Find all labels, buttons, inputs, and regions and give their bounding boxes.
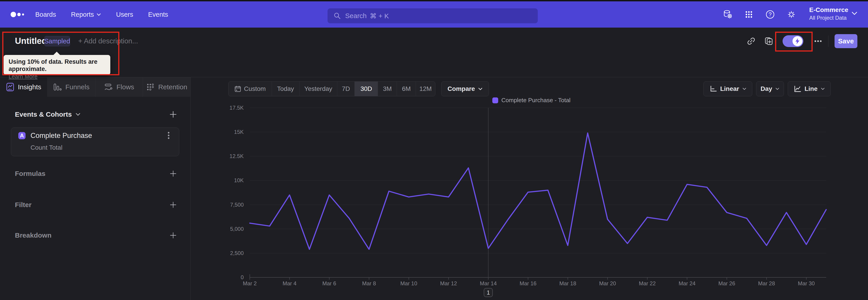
nav-item-reports[interactable]: Reports [71, 11, 101, 18]
section-formulas: Formulas [15, 167, 178, 180]
mixpanel-logo[interactable] [10, 11, 31, 18]
line-dropdown[interactable]: Line [788, 81, 831, 96]
x-axis-label: Mar 24 [679, 280, 695, 287]
add-breakdown-button[interactable] [168, 230, 178, 240]
range-today[interactable]: Today [272, 82, 300, 96]
chevron-down-icon [775, 88, 779, 90]
nav-item-users[interactable]: Users [116, 11, 133, 18]
x-axis-label: Mar 6 [322, 280, 336, 287]
top-navbar: BoardsReportsUsersEvents Search ⌘ + K ? … [0, 1, 868, 28]
dropdown-label: Linear [720, 85, 739, 92]
funnels-icon [53, 83, 62, 92]
events-cohorts-header: Events & Cohorts [15, 108, 178, 120]
x-axis-label: Mar 20 [599, 280, 616, 287]
plus-icon [169, 201, 177, 208]
range-12m[interactable]: 12M [416, 82, 435, 96]
range-label: Today [277, 85, 294, 92]
navbar-utility-icons: ? [722, 1, 797, 28]
search-input[interactable]: Search ⌘ + K [328, 8, 538, 23]
y-axis-label: 0 [241, 274, 244, 280]
event-letter-badge: A [18, 132, 26, 139]
range-label: 6M [402, 85, 411, 92]
date-range-control: CustomTodayYesterday7D30D3M6M12M [228, 81, 435, 96]
plus-icon [169, 232, 177, 239]
add-to-board-icon[interactable] [764, 36, 774, 46]
tab-insights[interactable]: Insights [0, 77, 48, 97]
tab-retention[interactable]: Retention [143, 77, 190, 97]
nav-item-events[interactable]: Events [148, 11, 168, 18]
range-custom[interactable]: Custom [228, 82, 272, 96]
event-aggregation[interactable]: Count Total [31, 144, 62, 151]
event-row-complete-purchase[interactable]: A Complete Purchase Count Total [11, 127, 179, 156]
y-axis-label: 15K [234, 129, 244, 135]
learn-more-link[interactable]: Learn More [8, 73, 37, 80]
more-options-icon[interactable] [813, 36, 823, 46]
plus-icon [169, 170, 177, 177]
tab-funnels[interactable]: Funnels [48, 77, 95, 97]
chevron-down-icon [478, 88, 483, 90]
add-formulas-button[interactable] [168, 169, 178, 179]
x-axis-label: Mar 2 [243, 280, 256, 287]
nav-item-boards[interactable]: Boards [35, 11, 56, 18]
help-icon[interactable]: ? [765, 9, 775, 20]
y-axis-label: 12.5K [229, 153, 244, 159]
x-axis-label: Mar 16 [520, 280, 537, 287]
insights-icon [6, 83, 14, 92]
report-header: Untitled Sampled + Add description... Sa… [0, 28, 868, 77]
day-dropdown[interactable]: Day [756, 81, 784, 96]
save-button[interactable]: Save [835, 34, 857, 48]
x-axis-label: Mar 14 [480, 280, 497, 287]
svg-text:?: ? [769, 11, 772, 18]
primary-nav: BoardsReportsUsersEvents [35, 1, 168, 28]
linear-dropdown[interactable]: Linear [704, 81, 752, 96]
compare-button[interactable]: Compare [441, 81, 489, 96]
query-sidebar: InsightsFunnelsFlowsRetention Events & C… [0, 77, 191, 300]
range-6m[interactable]: 6M [397, 82, 416, 96]
annotation-marker[interactable]: 1 [484, 288, 493, 297]
dropdown-label: Day [761, 85, 772, 92]
section-label: Filter [15, 201, 31, 209]
range-3m[interactable]: 3M [378, 82, 397, 96]
x-axis-label: Mar 12 [440, 280, 457, 287]
report-type-tabs: InsightsFunnelsFlowsRetention [0, 77, 190, 97]
sampled-badge[interactable]: Sampled [44, 36, 70, 46]
x-axis-label: Mar 28 [758, 280, 775, 287]
legend-item[interactable]: Complete Purchase - Total [492, 97, 570, 104]
x-axis-label: Mar 22 [639, 280, 656, 287]
nav-item-label: Reports [71, 11, 94, 18]
search-icon [333, 12, 341, 20]
project-selector[interactable]: E-Commerce All Project Data [809, 5, 857, 21]
apps-grid-icon[interactable] [744, 9, 754, 20]
project-scope: All Project Data [809, 14, 857, 21]
add-event-button[interactable] [168, 110, 178, 119]
y-axis-label: 17.5K [229, 105, 244, 111]
chevron-down-icon [821, 88, 825, 90]
project-chevron-down-icon[interactable] [851, 11, 858, 16]
section-filter: Filter [15, 199, 178, 211]
event-name: Complete Purchase [31, 131, 92, 140]
flows-icon [104, 83, 113, 92]
events-cohorts-dropdown[interactable]: Events & Cohorts [15, 111, 81, 118]
range-yesterday[interactable]: Yesterday [300, 82, 338, 96]
y-axis-label: 2,500 [230, 250, 244, 256]
data-pipeline-icon[interactable] [722, 9, 733, 20]
sampling-toggle[interactable] [782, 35, 803, 47]
x-axis-label: Mar 30 [798, 280, 815, 287]
line-chart-icon [794, 85, 801, 92]
range-30d[interactable]: 30D [355, 82, 378, 96]
settings-icon[interactable] [786, 9, 797, 20]
lightning-bolt-icon [795, 38, 800, 44]
copy-link-icon[interactable] [746, 36, 756, 46]
nav-item-label: Events [148, 11, 168, 18]
tab-flows[interactable]: Flows [95, 77, 143, 97]
add-description[interactable]: + Add description... [78, 37, 138, 45]
range-label: Yesterday [304, 85, 332, 92]
plus-icon [169, 111, 177, 118]
add-filter-button[interactable] [168, 200, 178, 210]
tab-label: Flows [116, 83, 134, 91]
range-label: 3M [383, 85, 392, 92]
event-options-icon[interactable] [164, 131, 173, 140]
series-line [250, 133, 826, 249]
report-title[interactable]: Untitled [15, 36, 47, 46]
range-7d[interactable]: 7D [337, 82, 355, 96]
